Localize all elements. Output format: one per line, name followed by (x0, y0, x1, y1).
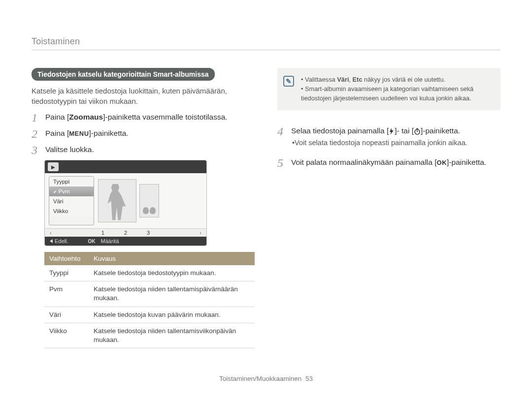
back-hint: Edell. (50, 238, 68, 244)
step-1: 1 Paina [Zoomaus]-painiketta vasemmalle … (32, 111, 255, 123)
table-cell-value: Katsele tiedostoja kuvan päävärin mukaan… (89, 307, 255, 323)
step-2: 2 Paina [MENU]-painiketta. (32, 127, 255, 140)
step-1-text-post: ]-painiketta vasemmalle toistotilassa. (103, 113, 227, 121)
table-cell-key: Tyyppi (44, 265, 89, 281)
table-head-description: Kuvaus (89, 252, 255, 265)
step-1-zoom-label: Zoomaus (69, 113, 103, 121)
footer-section-label: Toistaminen/Muokkaaminen (219, 375, 301, 382)
category-option-color: Väri (49, 196, 94, 206)
table-cell-value: Katsele tiedostoja niiden tallentamisvii… (89, 323, 255, 348)
timer-icon (414, 125, 421, 137)
step-4-text-post: ]-painiketta. (421, 126, 460, 135)
left-column: Tiedostojen katselu kategorioittain Smar… (32, 68, 255, 348)
options-table: Vaihtoehto Kuvaus Tyyppi Katsele tiedost… (44, 252, 255, 348)
section-heading-pill: Tiedostojen katselu kategorioittain Smar… (32, 68, 215, 81)
pager-1: 1 (101, 230, 104, 236)
thumbnail-2 (139, 184, 159, 217)
step-4-sub-bullet: Voit selata tiedostoja nopeasti painamal… (292, 138, 500, 149)
step-2-text-pre: Paina [ (45, 129, 69, 137)
table-head-option: Vaihtoehto (44, 252, 89, 265)
svg-marker-0 (390, 128, 394, 135)
category-option-week: Viikko (49, 206, 94, 216)
step-number: 5 (277, 156, 291, 169)
table-row: Väri Katsele tiedostoja kuvan päävärin m… (44, 307, 255, 323)
step-5: 5 Voit palata normaalinäkymään painamall… (277, 156, 500, 169)
footer-page-number: 53 (305, 375, 313, 382)
table-row: Tyyppi Katsele tiedostoja tiedostotyypin… (44, 265, 255, 281)
intro-paragraph: Katsele ja käsittele tiedostoja luokitta… (32, 86, 255, 106)
table-cell-key: Pvm (44, 281, 89, 307)
step-number: 1 (32, 111, 45, 123)
table-cell-value: Katsele tiedostoja niiden tallentamispäi… (89, 281, 255, 307)
table-row: Viikko Katsele tiedostoja niiden tallent… (44, 323, 255, 348)
playback-mode-icon: ▶ (48, 162, 59, 171)
pager-right-arrow-icon: › (200, 230, 201, 236)
pager-left-arrow-icon: ‹ (50, 230, 52, 236)
person-silhouette-icon (102, 184, 129, 222)
step-3: 3 Valitse luokka. (32, 144, 255, 156)
step-4-text-pre: Selaa tiedostoja painamalla [ (291, 126, 389, 135)
note-line-2: Smart-albumin avaamiseen ja kategorian v… (301, 84, 493, 103)
thumbnail-1 (98, 179, 136, 222)
pager-3: 3 (147, 230, 150, 236)
step-number: 2 (32, 127, 45, 140)
table-cell-key: Väri (44, 307, 89, 323)
step-number: 4 (277, 125, 291, 137)
table-cell-value: Katsele tiedostoja tiedostotyypin mukaan… (89, 265, 255, 281)
category-option-type: Tyyppi (49, 177, 94, 186)
step-4: 4 Selaa tiedostoja painamalla []- tai []… (277, 125, 500, 153)
left-triangle-icon (50, 239, 53, 243)
step-4-text-mid: ]- tai [ (395, 126, 414, 135)
page-footer: Toistaminen/Muokkaaminen 53 (0, 375, 532, 382)
note-box: ✎ Valittaessa Väri, Etc näkyy jos väriä … (277, 68, 500, 110)
camera-ui-screenshot: ▶ Tyyppi Pvm Väri Viikko (44, 160, 207, 246)
note-info-icon: ✎ (283, 76, 294, 87)
step-3-text: Valitse luokka. (45, 144, 255, 155)
step-2-text-post: ]-painiketta. (89, 129, 129, 137)
ok-button-label: OK (437, 158, 447, 168)
category-dropdown: Tyyppi Pvm Väri Viikko (49, 176, 94, 225)
table-cell-key: Viikko (44, 323, 89, 348)
step-1-text-pre: Paina [ (45, 113, 69, 121)
menu-button-label: MENU (69, 129, 89, 139)
note-line-1: Valittaessa Väri, Etc näkyy jos väriä ei… (301, 75, 493, 84)
category-option-date-selected: Pvm (49, 186, 94, 196)
step-5-text-post: -painiketta. (449, 158, 486, 166)
right-column: ✎ Valittaessa Väri, Etc näkyy jos väriä … (277, 68, 500, 348)
step-number: 3 (32, 144, 45, 156)
table-row: Pvm Katsele tiedostoja niiden tallentami… (44, 281, 255, 307)
ok-hint: OK Määritä (88, 238, 119, 244)
page-title: Toistaminen (32, 36, 500, 50)
step-5-text-pre: Voit palata normaalinäkymään painamalla (291, 158, 434, 166)
flash-icon (389, 125, 395, 137)
pager-2: 2 (124, 230, 127, 236)
